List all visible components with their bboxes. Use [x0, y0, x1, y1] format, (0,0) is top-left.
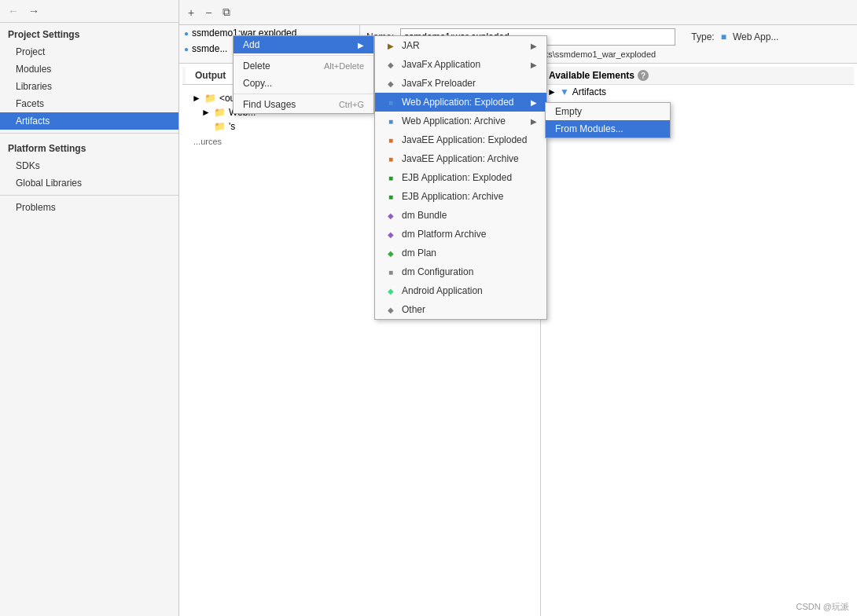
folder-icon: 📁: [204, 93, 216, 104]
add-menu-web-exploded[interactable]: ■ Web Application: Exploded ▶: [375, 93, 546, 112]
context-menu-main: Add ▶ Delete Alt+Delete Copy...: [233, 35, 374, 114]
copy-button[interactable]: ⧉: [219, 3, 234, 21]
type-value: ■Web App...: [721, 31, 779, 42]
add-menu-dm-plan[interactable]: ◆ dm Plan: [375, 244, 546, 262]
add-menu-dm-config[interactable]: ■ dm Configuration: [375, 262, 546, 281]
tab-output[interactable]: Output: [186, 67, 236, 84]
available-elements-header: Available Elements ?: [544, 67, 854, 85]
add-arrow: ▶: [358, 41, 364, 50]
sidebar-divider-1: [0, 133, 178, 134]
expand-icon-avail: ►: [547, 86, 557, 97]
dm-plan-icon: ◆: [384, 247, 397, 259]
add-menu-web-archive[interactable]: ■ Web Application: Archive ▶: [375, 112, 546, 130]
top-toolbar: + − ⧉: [179, 0, 857, 25]
javafx-preloader-icon: ◆: [384, 77, 397, 90]
expand-icon: ►: [192, 93, 201, 104]
platform-settings-title: Platform Settings: [0, 137, 178, 157]
avail-tree-artifacts[interactable]: ► ▼ Artifacts: [544, 85, 854, 99]
sidebar-item-sdks[interactable]: SDKs: [0, 157, 178, 174]
add-menu-jar[interactable]: ▶ JAR ▶: [375, 36, 546, 55]
menu-copy-left: Copy...: [243, 78, 272, 89]
sidebar-item-project[interactable]: Project: [0, 43, 178, 60]
web-sub-empty[interactable]: Empty: [546, 103, 670, 120]
menu-add-left: Add: [243, 39, 259, 50]
javaee-exploded-icon: ■: [384, 134, 397, 146]
javafx-app-icon: ◆: [384, 58, 397, 71]
menu-separator-2: [234, 94, 373, 94]
sidebar-item-facets[interactable]: Facets: [0, 95, 178, 112]
menu-separator-1: [234, 55, 373, 56]
findusages-label: Find Usages: [243, 99, 296, 110]
help-icon[interactable]: ?: [638, 70, 649, 81]
add-menu-dm-bundle[interactable]: ◆ dm Bundle: [375, 206, 546, 225]
remove-button[interactable]: −: [201, 4, 215, 21]
web-sub-from-modules[interactable]: From Modules...: [546, 120, 670, 138]
right-pane: Available Elements ? ► ▼ Artifacts 📁 ssm…: [541, 64, 857, 616]
back-arrow[interactable]: ←: [5, 3, 22, 19]
add-menu-other[interactable]: ◆ Other: [375, 300, 546, 319]
folder-icon-3: 📁: [214, 121, 226, 132]
project-settings-title: Project Settings: [0, 23, 178, 43]
menu-findusages-left: Find Usages: [243, 99, 296, 110]
dm-config-icon: ■: [384, 266, 397, 278]
available-elements-title: Available Elements: [549, 70, 634, 81]
add-button[interactable]: +: [184, 4, 198, 21]
main-container: ← → Project Settings Project Modules Lib…: [0, 0, 857, 616]
dm-platform-icon: ◆: [384, 228, 397, 240]
sidebar-item-problems[interactable]: Problems: [0, 199, 178, 216]
content-area: + − ⧉ ● ssmdemo1:war exploded ● ssmde...: [179, 0, 857, 616]
web-archive-icon: ■: [384, 115, 397, 127]
sidebar-divider-2: [0, 195, 178, 196]
sidebar-item-modules[interactable]: Modules: [0, 60, 178, 78]
javafx-app-arrow: ▶: [531, 60, 537, 69]
menu-delete-left: Delete: [243, 60, 270, 72]
nav-arrows: ← →: [0, 0, 178, 23]
findusages-shortcut: Ctrl+G: [339, 100, 364, 109]
copy-label: Copy...: [243, 78, 272, 89]
menu-item-add[interactable]: Add ▶: [234, 36, 373, 53]
add-menu-javaee-archive[interactable]: ■ JavaEE Application: Archive: [375, 149, 546, 168]
delete-label: Delete: [243, 60, 270, 72]
add-menu-ejb-exploded[interactable]: ■ EJB Application: Exploded: [375, 168, 546, 187]
add-menu-dm-platform[interactable]: ◆ dm Platform Archive: [375, 225, 546, 244]
delete-shortcut: Alt+Delete: [324, 61, 364, 71]
add-menu-javafx-preloader[interactable]: ◆ JavaFx Preloader: [375, 74, 546, 93]
javaee-archive-icon: ■: [384, 152, 397, 165]
add-menu-ejb-archive[interactable]: ■ EJB Application: Archive: [375, 187, 546, 206]
type-label: Type:: [691, 31, 714, 42]
ejb-exploded-icon: ■: [384, 171, 397, 184]
add-label: Add: [243, 39, 259, 50]
android-icon: ◆: [384, 284, 397, 297]
artifact-icon-0: ●: [184, 29, 189, 38]
context-menu-web-exploded: Empty From Modules...: [545, 102, 671, 138]
watermark: CSDN @玩派: [796, 601, 849, 613]
sidebar-item-global-libraries[interactable]: Global Libraries: [0, 174, 178, 192]
artifact-icon-1: ●: [184, 45, 189, 53]
web-exploded-arrow: ▶: [531, 98, 537, 107]
artifact-name-1: ssmde...: [192, 43, 227, 54]
add-menu-javafx-app[interactable]: ◆ JavaFx Application ▶: [375, 55, 546, 74]
menu-item-delete[interactable]: Delete Alt+Delete: [234, 57, 373, 75]
dm-bundle-icon: ◆: [384, 209, 397, 222]
jar-arrow: ▶: [531, 42, 537, 50]
web-archive-arrow: ▶: [531, 117, 537, 126]
menu-item-copy[interactable]: Copy...: [234, 75, 373, 92]
ejb-archive-icon: ■: [384, 190, 397, 203]
folder-icon-2: 📁: [214, 107, 226, 118]
web-exploded-icon: ■: [384, 96, 397, 108]
expand-icon-2: ►: [201, 107, 211, 118]
sidebar-item-artifacts[interactable]: Artifacts: [0, 112, 178, 130]
forward-arrow[interactable]: →: [25, 3, 42, 19]
add-menu-javaee-exploded[interactable]: ■ JavaEE Application: Exploded: [375, 130, 546, 149]
artifacts-folder-icon: ▼: [560, 86, 569, 97]
other-icon: ◆: [384, 303, 397, 316]
sidebar-item-libraries[interactable]: Libraries: [0, 78, 178, 95]
context-menu-add: ▶ JAR ▶ ◆ JavaFx Application ▶ ◆: [374, 35, 547, 320]
menu-item-findusages[interactable]: Find Usages Ctrl+G: [234, 96, 373, 113]
add-menu-android[interactable]: ◆ Android Application: [375, 281, 546, 300]
sidebar: ← → Project Settings Project Modules Lib…: [0, 0, 179, 616]
jar-icon: ▶: [384, 39, 397, 52]
